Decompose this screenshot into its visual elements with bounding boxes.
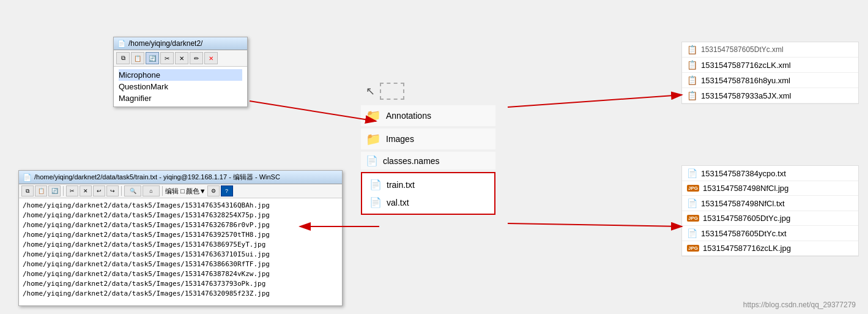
editor-btn-undo[interactable]: ↩	[93, 185, 105, 196]
fm-toolbar: ⧉ 📋 🔄 ✂ ✕ ✏ ✕	[114, 50, 247, 67]
editor-btn-copy[interactable]: ⧉	[21, 185, 34, 196]
watermark: https://blog.csdn.net/qq_29377279	[743, 301, 856, 309]
editor-window: 📄 /home/yiqing/darknet2/data/task5/train…	[18, 170, 343, 306]
file-manager-window: 📄 /home/yiqing/darknet2/ ⧉ 📋 🔄 ✂ ✕ ✏ ✕ M…	[113, 37, 248, 107]
editor-btn-delete[interactable]: ✕	[80, 185, 92, 196]
mixed-file-3[interactable]: 📄 1531547587498NfCl.txt	[682, 196, 858, 211]
xml-file-4[interactable]: 📋 1531547587933a5JX.xml	[682, 88, 858, 103]
svg-line-3	[508, 223, 682, 226]
folder-annotations[interactable]: 📁 Annotations	[361, 105, 495, 126]
refresh-btn[interactable]: 🔄	[146, 52, 159, 64]
jpg-badge-2: JPG	[687, 185, 699, 192]
xml-name-3: 1531547587816h8yu.xml	[701, 76, 790, 85]
editor-title-text: /home/yiqing/darknet2/data/task5/train.t…	[34, 173, 280, 182]
xml-icon-4: 📋	[687, 91, 697, 100]
editor-btn-find[interactable]: 🔍	[124, 185, 141, 196]
editor-line-2: /home/yiqing/darknet2/data/task5/Images/…	[23, 211, 338, 220]
folder-browser: ↖ 📁 Annotations 📁 Images 📄 classes.names…	[361, 80, 495, 215]
fm-title-icon: 📄	[117, 40, 126, 48]
toolbar-separator	[63, 186, 64, 196]
fm-list: Microphone QuestionMark Magnifier	[114, 67, 247, 107]
delete-btn[interactable]: ✕	[175, 52, 188, 64]
txt-icon-3: 📄	[687, 198, 697, 208]
editor-label-encode: 编辑 □	[165, 187, 185, 196]
editor-line-10: /home/yiqing/darknet2/data/task5/Images/…	[23, 289, 338, 299]
folder-icon-annotations: 📁	[366, 108, 381, 123]
editor-line-5: /home/yiqing/darknet2/data/task5/Images/…	[23, 240, 338, 250]
list-item-magnifier[interactable]: Magnifier	[119, 92, 242, 104]
editor-line-3: /home/yiqing/darknet2/data/task5/Images/…	[23, 220, 338, 230]
editor-line-4: /home/yiqing/darknet2/data/task5/Images/…	[23, 230, 338, 240]
xml-file-3[interactable]: 📋 1531547587816h8yu.xml	[682, 73, 858, 88]
folder-icon-images: 📁	[366, 132, 381, 146]
file-train[interactable]: 📄 train.txt	[365, 176, 492, 193]
fm-title-text: /home/yiqing/darknet2/	[128, 39, 202, 48]
list-item-questionmark[interactable]: QuestionMark	[119, 81, 242, 92]
file-name-val: val.txt	[387, 198, 409, 207]
parent-folder-icon	[380, 83, 404, 100]
mixed-name-5: 1531547587605DtYc.txt	[701, 229, 787, 238]
xml-name-4: 1531547587933a5JX.xml	[701, 91, 791, 100]
jpg-badge-6: JPG	[687, 245, 699, 252]
toolbar-separator-2	[121, 186, 122, 196]
editor-line-8: /home/yiqing/darknet2/data/task5/Images/…	[23, 269, 338, 279]
folder-images[interactable]: 📁 Images	[361, 129, 495, 149]
xml-icon-1: 📋	[687, 45, 697, 54]
right-panel-xml: 📋 1531547587605DtYc.xml 📋 1531547587716z…	[681, 42, 859, 104]
editor-title-icon: 📄	[23, 173, 32, 182]
fm-titlebar: 📄 /home/yiqing/darknet2/	[114, 37, 247, 50]
mixed-file-6[interactable]: JPG 1531547587716zcLK.jpg	[682, 241, 858, 256]
editor-btn-redo[interactable]: ↪	[106, 185, 119, 196]
copy-btn[interactable]: ⧉	[116, 52, 130, 64]
file-icon-val: 📄	[369, 196, 382, 208]
mixed-file-5[interactable]: 📄 1531547587605DtYc.txt	[682, 226, 858, 241]
editor-btn-paste[interactable]: 📋	[35, 185, 47, 196]
folder-name-images: Images	[386, 134, 414, 144]
jpg-badge-4: JPG	[687, 215, 699, 222]
mixed-name-3: 1531547587498NfCl.txt	[701, 199, 785, 208]
file-classes-names[interactable]: 📄 classes.names	[361, 152, 495, 170]
editor-btn-format[interactable]: ⌂	[143, 185, 160, 196]
file-name-train: train.txt	[387, 180, 415, 190]
editor-btn-cut[interactable]: ✂	[66, 185, 78, 196]
xml-file-2[interactable]: 📋 1531547587716zcLK.xml	[682, 58, 858, 73]
editor-content[interactable]: /home/yiqing/darknet2/data/task5/Images/…	[19, 198, 342, 305]
mixed-name-2: 1531547587498NfCl.jpg	[703, 184, 788, 193]
folder-back-btn[interactable]: ↖	[361, 80, 495, 103]
cut-btn[interactable]: ✂	[160, 52, 174, 64]
editor-btn-refresh[interactable]: 🔄	[48, 185, 61, 196]
mixed-name-1: 1531547587384ycpo.txt	[701, 169, 786, 178]
back-icon: ↖	[366, 84, 375, 98]
mixed-file-1[interactable]: 📄 1531547587384ycpo.txt	[682, 166, 858, 181]
xml-name-1: 1531547587605DtYc.xml	[701, 45, 784, 54]
xml-icon-3: 📋	[687, 75, 697, 85]
mixed-file-2[interactable]: JPG 1531547587498NfCl.jpg	[682, 181, 858, 196]
txt-icon-1: 📄	[687, 168, 697, 178]
file-icon-train: 📄	[369, 179, 382, 190]
close-btn[interactable]: ✕	[204, 52, 218, 64]
xml-name-2: 1531547587716zcLK.xml	[701, 61, 791, 70]
toolbar-separator-3	[162, 186, 163, 196]
rename-btn[interactable]: ✏	[190, 52, 203, 64]
editor-toolbar: ⧉ 📋 🔄 ✂ ✕ ↩ ↪ 🔍 ⌂ 编辑 □ 颜色▼ ⚙ ?	[19, 184, 342, 198]
folder-name-annotations: Annotations	[386, 111, 431, 121]
editor-label-color: 颜色▼	[186, 187, 206, 196]
editor-line-6: /home/yiqing/darknet2/data/task5/Images/…	[23, 250, 338, 260]
file-icon-classes: 📄	[366, 155, 378, 166]
paste-btn[interactable]: 📋	[131, 52, 144, 64]
xml-file-1[interactable]: 📋 1531547587605DtYc.xml	[682, 42, 858, 58]
editor-line-7: /home/yiqing/darknet2/data/task5/Images/…	[23, 260, 338, 269]
editor-btn-settings[interactable]: ⚙	[207, 185, 220, 196]
txt-icon-5: 📄	[687, 228, 697, 238]
svg-line-1	[250, 101, 376, 121]
xml-icon-2: 📋	[687, 60, 697, 70]
editor-titlebar: 📄 /home/yiqing/darknet2/data/task5/train…	[19, 171, 342, 184]
file-val[interactable]: 📄 val.txt	[365, 193, 492, 211]
mixed-file-4[interactable]: JPG 1531547587605DtYc.jpg	[682, 211, 858, 226]
editor-line-9: /home/yiqing/darknet2/data/task5/Images/…	[23, 279, 338, 289]
editor-btn-help[interactable]: ?	[221, 185, 233, 196]
file-name-classes: classes.names	[383, 156, 440, 166]
highlighted-files-box: 📄 train.txt 📄 val.txt	[361, 172, 495, 215]
list-item-microphone[interactable]: Microphone	[119, 69, 242, 81]
mixed-name-4: 1531547587605DtYc.jpg	[703, 214, 790, 223]
